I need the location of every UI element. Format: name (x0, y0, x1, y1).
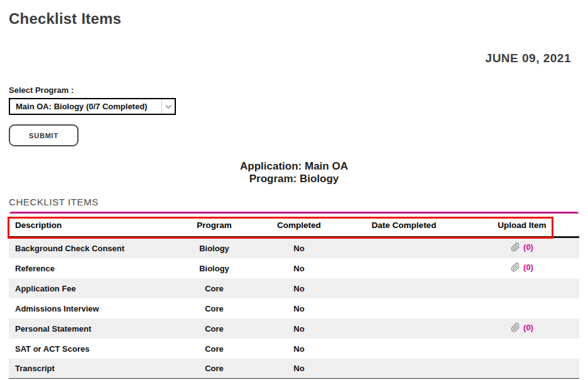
cell-completed: No (255, 264, 343, 273)
cell-completed: No (255, 304, 343, 313)
cell-description: Personal Statement (9, 324, 173, 334)
program-select[interactable]: Main OA: Biology (0/7 Completed) (9, 98, 176, 115)
checklist-section-heading: CHECKLIST ITEMS (9, 197, 579, 207)
cell-description: Background Check Consent (9, 244, 173, 253)
upload-attachment-link[interactable]: (0) (511, 263, 533, 272)
cell-upload-item: (0) (465, 242, 579, 254)
upload-count: (0) (523, 263, 533, 272)
cell-description: Transcript (9, 364, 173, 373)
table-row: Application FeeCoreNo (9, 278, 579, 298)
cell-program: Core (173, 284, 255, 293)
cell-description: Reference (9, 264, 173, 273)
chevron-down-icon (161, 99, 175, 114)
checklist-table: Description Program Completed Date Compl… (9, 212, 579, 379)
program-select-value: Main OA: Biology (0/7 Completed) (10, 102, 161, 111)
cell-description: Application Fee (9, 284, 173, 293)
cell-description: Admissions Interview (9, 304, 173, 313)
cell-completed: No (255, 284, 343, 293)
cell-upload-item: (0) (465, 263, 579, 274)
select-program-label: Select Program : (9, 85, 579, 95)
table-row: TranscriptCoreNo (9, 359, 579, 379)
cell-upload-item: (0) (465, 323, 579, 334)
cell-program: Core (173, 364, 255, 373)
upload-attachment-link[interactable]: (0) (511, 242, 533, 252)
table-row: Personal StatementCoreNo(0) (9, 318, 579, 339)
cell-program: Biology (173, 264, 255, 273)
paperclip-icon (511, 263, 520, 272)
header-upload-item: Upload Item (465, 220, 579, 230)
upload-count: (0) (523, 242, 533, 252)
header-program: Program (173, 220, 255, 230)
application-name: Application: Main OA (9, 160, 579, 173)
cell-program: Biology (173, 244, 255, 253)
paperclip-icon (511, 242, 520, 252)
table-header-row: Description Program Completed Date Compl… (9, 214, 579, 238)
cell-completed: No (255, 324, 343, 334)
cell-program: Core (173, 344, 255, 354)
current-date: JUNE 09, 2021 (486, 52, 571, 65)
header-description: Description (9, 220, 173, 230)
header-date-completed: Date Completed (343, 220, 465, 230)
table-body: Background Check ConsentBiologyNo(0)Refe… (9, 238, 579, 379)
cell-completed: No (255, 244, 343, 253)
cell-program: Core (173, 324, 255, 334)
page-title: Checklist Items (9, 10, 579, 28)
submit-button[interactable]: SUBMIT (9, 124, 79, 146)
upload-count: (0) (523, 323, 533, 332)
cell-completed: No (255, 364, 343, 373)
table-row: SAT or ACT ScoresCoreNo (9, 339, 579, 359)
table-row: Admissions InterviewCoreNo (9, 298, 579, 318)
checklist-items-page: Checklist Items JUNE 09, 2021 Select Pro… (0, 0, 588, 380)
header-completed: Completed (255, 220, 343, 230)
application-info: Application: Main OA Program: Biology (9, 160, 579, 185)
paperclip-icon (511, 323, 520, 332)
table-row: ReferenceBiologyNo(0) (9, 258, 579, 278)
upload-attachment-link[interactable]: (0) (511, 323, 533, 332)
cell-program: Core (173, 304, 255, 313)
program-name: Program: Biology (9, 173, 579, 185)
cell-description: SAT or ACT Scores (9, 344, 173, 354)
cell-completed: No (255, 344, 343, 354)
table-row: Background Check ConsentBiologyNo(0) (9, 238, 579, 258)
